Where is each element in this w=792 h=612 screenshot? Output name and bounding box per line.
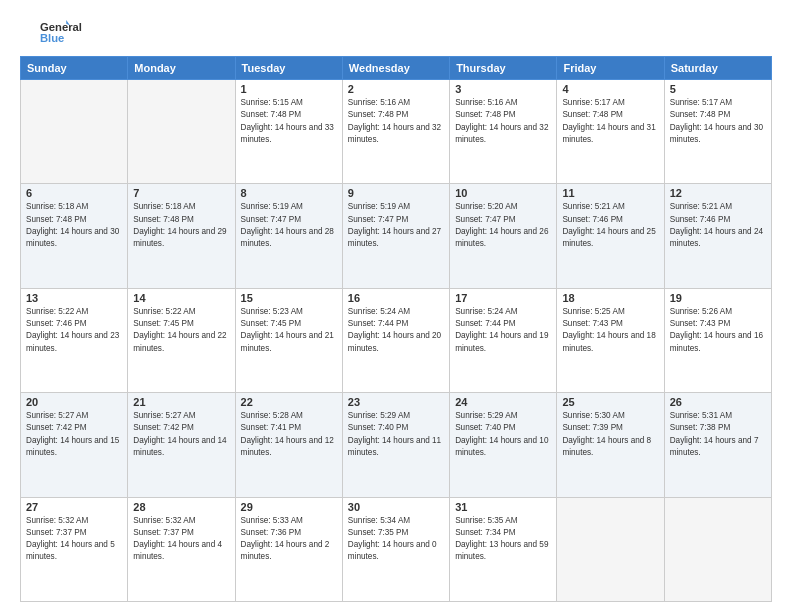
calendar-cell — [128, 80, 235, 184]
day-info: Sunrise: 5:35 AMSunset: 7:34 PMDaylight:… — [455, 515, 551, 564]
day-number: 24 — [455, 396, 551, 408]
day-info: Sunrise: 5:22 AMSunset: 7:46 PMDaylight:… — [26, 306, 122, 355]
day-info: Sunrise: 5:21 AMSunset: 7:46 PMDaylight:… — [670, 201, 766, 250]
calendar-cell: 11Sunrise: 5:21 AMSunset: 7:46 PMDayligh… — [557, 184, 664, 288]
calendar-cell: 29Sunrise: 5:33 AMSunset: 7:36 PMDayligh… — [235, 497, 342, 601]
day-number: 19 — [670, 292, 766, 304]
day-number: 28 — [133, 501, 229, 513]
calendar-cell: 23Sunrise: 5:29 AMSunset: 7:40 PMDayligh… — [342, 393, 449, 497]
calendar-cell — [21, 80, 128, 184]
week-row-1: 1Sunrise: 5:15 AMSunset: 7:48 PMDaylight… — [21, 80, 772, 184]
calendar-header-row: SundayMondayTuesdayWednesdayThursdayFrid… — [21, 57, 772, 80]
week-row-2: 6Sunrise: 5:18 AMSunset: 7:48 PMDaylight… — [21, 184, 772, 288]
day-info: Sunrise: 5:25 AMSunset: 7:43 PMDaylight:… — [562, 306, 658, 355]
day-info: Sunrise: 5:31 AMSunset: 7:38 PMDaylight:… — [670, 410, 766, 459]
page: General Blue SundayMondayTuesdayWednesda… — [0, 0, 792, 612]
day-info: Sunrise: 5:15 AMSunset: 7:48 PMDaylight:… — [241, 97, 337, 146]
day-number: 10 — [455, 187, 551, 199]
day-number: 25 — [562, 396, 658, 408]
calendar-cell: 28Sunrise: 5:32 AMSunset: 7:37 PMDayligh… — [128, 497, 235, 601]
week-row-3: 13Sunrise: 5:22 AMSunset: 7:46 PMDayligh… — [21, 288, 772, 392]
calendar-cell: 25Sunrise: 5:30 AMSunset: 7:39 PMDayligh… — [557, 393, 664, 497]
calendar-cell: 22Sunrise: 5:28 AMSunset: 7:41 PMDayligh… — [235, 393, 342, 497]
day-info: Sunrise: 5:26 AMSunset: 7:43 PMDaylight:… — [670, 306, 766, 355]
day-info: Sunrise: 5:32 AMSunset: 7:37 PMDaylight:… — [133, 515, 229, 564]
calendar-table: SundayMondayTuesdayWednesdayThursdayFrid… — [20, 56, 772, 602]
calendar-cell: 17Sunrise: 5:24 AMSunset: 7:44 PMDayligh… — [450, 288, 557, 392]
day-number: 20 — [26, 396, 122, 408]
day-number: 26 — [670, 396, 766, 408]
calendar-cell: 14Sunrise: 5:22 AMSunset: 7:45 PMDayligh… — [128, 288, 235, 392]
calendar-cell: 2Sunrise: 5:16 AMSunset: 7:48 PMDaylight… — [342, 80, 449, 184]
calendar-cell: 4Sunrise: 5:17 AMSunset: 7:48 PMDaylight… — [557, 80, 664, 184]
svg-text:Blue: Blue — [40, 32, 64, 44]
day-number: 18 — [562, 292, 658, 304]
calendar-cell: 6Sunrise: 5:18 AMSunset: 7:48 PMDaylight… — [21, 184, 128, 288]
day-info: Sunrise: 5:16 AMSunset: 7:48 PMDaylight:… — [348, 97, 444, 146]
logo: General Blue — [20, 18, 90, 48]
day-number: 21 — [133, 396, 229, 408]
day-header-sunday: Sunday — [21, 57, 128, 80]
day-number: 27 — [26, 501, 122, 513]
day-header-monday: Monday — [128, 57, 235, 80]
day-info: Sunrise: 5:17 AMSunset: 7:48 PMDaylight:… — [562, 97, 658, 146]
header: General Blue — [20, 18, 772, 48]
day-info: Sunrise: 5:24 AMSunset: 7:44 PMDaylight:… — [455, 306, 551, 355]
day-number: 13 — [26, 292, 122, 304]
day-info: Sunrise: 5:23 AMSunset: 7:45 PMDaylight:… — [241, 306, 337, 355]
day-header-saturday: Saturday — [664, 57, 771, 80]
calendar-cell: 3Sunrise: 5:16 AMSunset: 7:48 PMDaylight… — [450, 80, 557, 184]
day-info: Sunrise: 5:19 AMSunset: 7:47 PMDaylight:… — [241, 201, 337, 250]
day-number: 9 — [348, 187, 444, 199]
calendar-cell: 12Sunrise: 5:21 AMSunset: 7:46 PMDayligh… — [664, 184, 771, 288]
day-number: 30 — [348, 501, 444, 513]
calendar-cell: 26Sunrise: 5:31 AMSunset: 7:38 PMDayligh… — [664, 393, 771, 497]
calendar-cell: 24Sunrise: 5:29 AMSunset: 7:40 PMDayligh… — [450, 393, 557, 497]
day-number: 6 — [26, 187, 122, 199]
day-info: Sunrise: 5:34 AMSunset: 7:35 PMDaylight:… — [348, 515, 444, 564]
day-number: 5 — [670, 83, 766, 95]
day-number: 17 — [455, 292, 551, 304]
day-number: 16 — [348, 292, 444, 304]
day-number: 1 — [241, 83, 337, 95]
calendar-cell: 5Sunrise: 5:17 AMSunset: 7:48 PMDaylight… — [664, 80, 771, 184]
day-info: Sunrise: 5:21 AMSunset: 7:46 PMDaylight:… — [562, 201, 658, 250]
day-header-thursday: Thursday — [450, 57, 557, 80]
calendar-cell: 1Sunrise: 5:15 AMSunset: 7:48 PMDaylight… — [235, 80, 342, 184]
day-number: 7 — [133, 187, 229, 199]
day-info: Sunrise: 5:32 AMSunset: 7:37 PMDaylight:… — [26, 515, 122, 564]
calendar-cell: 20Sunrise: 5:27 AMSunset: 7:42 PMDayligh… — [21, 393, 128, 497]
calendar-cell: 18Sunrise: 5:25 AMSunset: 7:43 PMDayligh… — [557, 288, 664, 392]
calendar-cell: 27Sunrise: 5:32 AMSunset: 7:37 PMDayligh… — [21, 497, 128, 601]
calendar-cell: 10Sunrise: 5:20 AMSunset: 7:47 PMDayligh… — [450, 184, 557, 288]
day-number: 14 — [133, 292, 229, 304]
calendar-cell: 7Sunrise: 5:18 AMSunset: 7:48 PMDaylight… — [128, 184, 235, 288]
day-number: 2 — [348, 83, 444, 95]
day-info: Sunrise: 5:29 AMSunset: 7:40 PMDaylight:… — [455, 410, 551, 459]
calendar-cell: 15Sunrise: 5:23 AMSunset: 7:45 PMDayligh… — [235, 288, 342, 392]
day-number: 15 — [241, 292, 337, 304]
logo-icon: General Blue — [20, 18, 90, 48]
week-row-4: 20Sunrise: 5:27 AMSunset: 7:42 PMDayligh… — [21, 393, 772, 497]
day-header-friday: Friday — [557, 57, 664, 80]
calendar-cell — [557, 497, 664, 601]
calendar-cell — [664, 497, 771, 601]
calendar-cell: 9Sunrise: 5:19 AMSunset: 7:47 PMDaylight… — [342, 184, 449, 288]
calendar-cell: 30Sunrise: 5:34 AMSunset: 7:35 PMDayligh… — [342, 497, 449, 601]
day-info: Sunrise: 5:20 AMSunset: 7:47 PMDaylight:… — [455, 201, 551, 250]
day-number: 4 — [562, 83, 658, 95]
day-info: Sunrise: 5:19 AMSunset: 7:47 PMDaylight:… — [348, 201, 444, 250]
day-info: Sunrise: 5:18 AMSunset: 7:48 PMDaylight:… — [133, 201, 229, 250]
svg-text:General: General — [40, 21, 82, 33]
day-info: Sunrise: 5:24 AMSunset: 7:44 PMDaylight:… — [348, 306, 444, 355]
day-info: Sunrise: 5:22 AMSunset: 7:45 PMDaylight:… — [133, 306, 229, 355]
day-number: 23 — [348, 396, 444, 408]
calendar-cell: 31Sunrise: 5:35 AMSunset: 7:34 PMDayligh… — [450, 497, 557, 601]
calendar-cell: 13Sunrise: 5:22 AMSunset: 7:46 PMDayligh… — [21, 288, 128, 392]
day-number: 3 — [455, 83, 551, 95]
day-info: Sunrise: 5:28 AMSunset: 7:41 PMDaylight:… — [241, 410, 337, 459]
week-row-5: 27Sunrise: 5:32 AMSunset: 7:37 PMDayligh… — [21, 497, 772, 601]
day-header-tuesday: Tuesday — [235, 57, 342, 80]
calendar-cell: 21Sunrise: 5:27 AMSunset: 7:42 PMDayligh… — [128, 393, 235, 497]
day-number: 11 — [562, 187, 658, 199]
